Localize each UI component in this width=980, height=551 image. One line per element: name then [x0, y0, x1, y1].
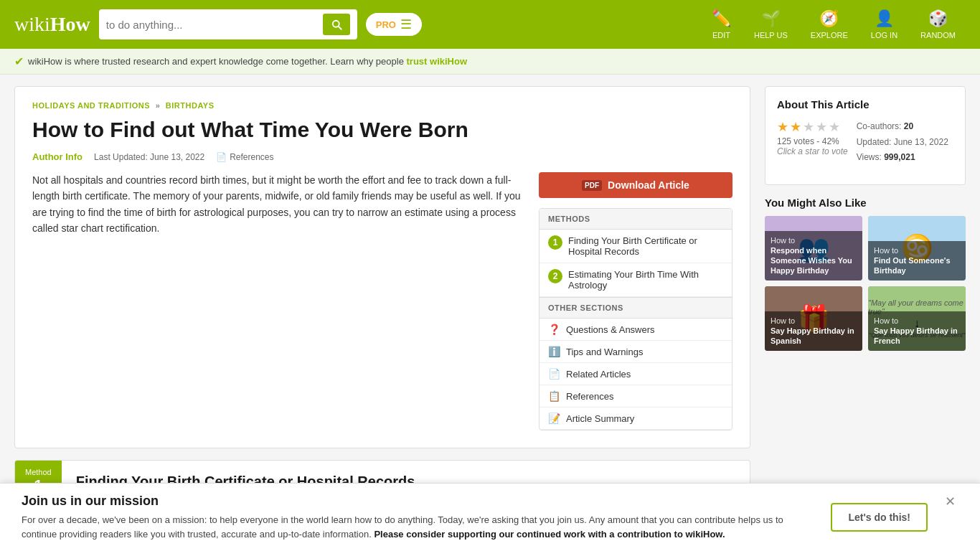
related-item-1[interactable]: 👥 How to Respond when Someone Wishes You… [765, 216, 862, 281]
toc-tips-label: Tips and Warnings [566, 347, 643, 357]
related-how-to-1: How to [771, 236, 795, 245]
related-overlay-3: How to Say Happy Birthday in Spanish [765, 311, 862, 351]
toc-tips[interactable]: ℹ️ Tips and Warnings [540, 341, 732, 363]
banner-bold: Please consider supporting our continued… [374, 529, 725, 540]
breadcrumb-subcategory[interactable]: BIRTHDAYS [166, 101, 215, 110]
click-to-vote: Click a star to vote [777, 146, 848, 156]
related-title-3: Say Happy Birthday in Spanish [771, 326, 854, 345]
related-title-1: Respond when Someone Wishes You Happy Bi… [771, 246, 852, 276]
related-grid: 👥 How to Respond when Someone Wishes You… [765, 216, 966, 351]
views-value: 999,021 [884, 152, 915, 162]
article-body-text: Not all hospitals and countries record b… [32, 172, 524, 430]
nav-edit[interactable]: ✏️ EDIT [702, 4, 741, 45]
toc-qa-label: Questions & Answers [566, 324, 655, 335]
related-overlay-2: How to Find Out Someone's Birthday [868, 241, 966, 281]
stars[interactable]: ★ ★ ★ ★ ★ [777, 119, 848, 135]
toc-method-2[interactable]: 2 Estimating Your Birth Time With Astrol… [540, 263, 732, 297]
star-5[interactable]: ★ [829, 119, 840, 135]
related-title-4: Say Happy Birthday in French [874, 326, 958, 345]
co-authors-row: Co-authors: 20 [857, 119, 948, 135]
star-4[interactable]: ★ [816, 119, 827, 135]
nav-help-us[interactable]: 🌱 HELP US [744, 4, 798, 45]
pro-button[interactable]: PRO ☰ [366, 13, 422, 36]
related-item-3[interactable]: 🎁 How to Say Happy Birthday in Spanish [765, 286, 862, 351]
trust-link[interactable]: trust wikiHow [407, 56, 468, 67]
references-link[interactable]: 📄 References [216, 152, 273, 162]
related-item-4[interactable]: "May all your dreams come true" ↓ "Que t… [868, 286, 966, 351]
search-icon [330, 18, 343, 31]
toc-num-2: 2 [548, 269, 562, 283]
breadcrumb-separator: » [156, 101, 161, 110]
star-1[interactable]: ★ [777, 119, 788, 135]
related-how-to-2: How to [874, 246, 898, 255]
about-title: About This Article [777, 98, 953, 110]
pdf-icon: PDF [582, 180, 602, 191]
star-3[interactable]: ★ [803, 119, 814, 135]
header-nav: ✏️ EDIT 🌱 HELP US 🧭 EXPLORE 👤 LOG IN 🎲 R… [702, 4, 966, 45]
search-button[interactable] [323, 14, 350, 35]
toc-references-label: References [566, 391, 613, 402]
article-title: How to Find out What Time You Were Born [32, 117, 732, 143]
site-logo[interactable]: wikiHow [14, 13, 90, 36]
hamburger-icon: ☰ [400, 17, 412, 32]
toc-summary-label: Article Summary [566, 413, 634, 424]
banner-title: Join us in our mission [22, 494, 816, 509]
nav-random[interactable]: 🎲 RANDOM [910, 4, 966, 45]
toc-qa[interactable]: ❓ Questions & Answers [540, 319, 732, 341]
views-label: Views: [857, 152, 882, 162]
doc-icon: 📄 [216, 152, 227, 162]
toc-num-1: 1 [548, 235, 562, 250]
related-how-to-3: How to [771, 316, 795, 325]
close-banner-button[interactable]: ✕ [942, 494, 958, 509]
donate-button[interactable]: Let's do this! [831, 503, 928, 532]
about-updated-label: Updated: [857, 137, 892, 147]
related-icon: 📄 [548, 368, 560, 380]
method-label: Method [25, 468, 52, 476]
help-icon: 🌱 [761, 9, 781, 28]
check-icon: ✔ [14, 55, 24, 68]
breadcrumb-category[interactable]: HOLIDAYS AND TRADITIONS [32, 101, 150, 110]
logo-wiki: wiki [14, 13, 50, 36]
pro-label: PRO [376, 19, 396, 30]
nav-login[interactable]: 👤 LOG IN [861, 4, 908, 45]
views-row: Views: 999,021 [857, 150, 948, 166]
nav-explore[interactable]: 🧭 EXPLORE [801, 4, 858, 45]
trust-text: wikiHow is where trusted research and ex… [28, 56, 467, 67]
toc-other-label: OTHER SECTIONS [540, 297, 732, 319]
related-title-2: Find Out Someone's Birthday [874, 256, 951, 275]
sidebar: About This Article ★ ★ ★ ★ ★ 125 votes -… [765, 86, 966, 548]
search-bar [99, 9, 357, 39]
summary-icon: 📝 [548, 413, 560, 424]
toc-section: METHODS 1 Finding Your Birth Certificate… [539, 208, 732, 430]
edit-icon: ✏️ [712, 9, 731, 28]
article-card: HOLIDAYS AND TRADITIONS » BIRTHDAYS How … [14, 86, 750, 448]
related-how-to-4: How to [874, 316, 898, 325]
star-2[interactable]: ★ [790, 119, 801, 135]
you-might-title: You Might Also Like [765, 197, 966, 209]
logo-how: How [50, 13, 90, 36]
co-authors-label: Co-authors: [857, 121, 902, 131]
about-card: About This Article ★ ★ ★ ★ ★ 125 votes -… [765, 86, 966, 185]
trust-bar: ✔ wikiHow is where trusted research and … [0, 49, 980, 75]
toc-related[interactable]: 📄 Related Articles [540, 363, 732, 385]
banner-body: For over a decade, we've been on a missi… [22, 513, 816, 541]
votes-text: 125 votes - 42% [777, 136, 848, 146]
author-info: Author Info Last Updated: June 13, 2022 … [32, 151, 732, 162]
toc-method-1-label: Finding Your Birth Certificate or Hospit… [568, 235, 723, 257]
related-item-2[interactable]: ♋ How to Find Out Someone's Birthday [868, 216, 966, 281]
updated-date: Last Updated: June 13, 2022 [94, 152, 204, 162]
nav-login-label: LOG IN [871, 31, 897, 39]
related-overlay-1: How to Respond when Someone Wishes You H… [765, 231, 862, 281]
toc-method-1[interactable]: 1 Finding Your Birth Certificate or Hosp… [540, 230, 732, 263]
toc-summary[interactable]: 📝 Article Summary [540, 408, 732, 430]
download-button[interactable]: PDF Download Article [539, 172, 732, 198]
you-might-card: You Might Also Like 👥 How to Respond whe… [765, 197, 966, 351]
download-label: Download Article [608, 179, 689, 191]
nav-random-label: RANDOM [920, 31, 956, 39]
updated-row: Updated: June 13, 2022 [857, 135, 948, 151]
references-icon: 📋 [548, 390, 560, 402]
nav-help-label: HELP US [754, 31, 788, 39]
about-updated-value: June 13, 2022 [894, 137, 948, 147]
toc-references[interactable]: 📋 References [540, 385, 732, 408]
search-input[interactable] [106, 19, 317, 31]
